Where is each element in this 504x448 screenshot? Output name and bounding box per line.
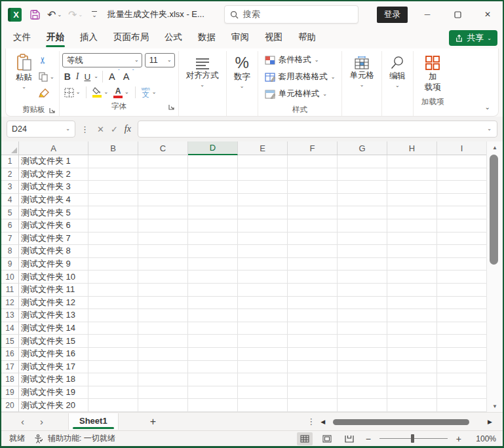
cell-H7[interactable] (387, 233, 437, 246)
font-name-select[interactable]: 等线 ⌄ (62, 53, 142, 67)
cancel-icon[interactable]: ✕ (97, 124, 104, 134)
cell-D20[interactable] (188, 399, 238, 412)
vertical-scrollbar[interactable]: ▲ ▼ (486, 141, 503, 412)
cell-G7[interactable] (338, 233, 387, 246)
cell-G13[interactable] (338, 309, 387, 322)
cell-I18[interactable] (437, 373, 487, 386)
column-header-G[interactable]: G (338, 141, 387, 155)
cell-F9[interactable] (288, 258, 338, 271)
cell-C19[interactable] (138, 386, 188, 400)
cell-D14[interactable] (188, 322, 238, 335)
cell-G1[interactable] (338, 155, 387, 168)
next-sheet-icon[interactable]: › (32, 417, 51, 426)
cell-F8[interactable] (288, 245, 338, 258)
cell-E9[interactable] (238, 258, 288, 271)
close-button[interactable]: ✕ (473, 1, 503, 28)
cell-D4[interactable] (188, 194, 238, 207)
cell-B14[interactable] (88, 322, 138, 335)
cell-H5[interactable] (387, 206, 437, 219)
cell-H16[interactable] (387, 348, 437, 361)
cell-G10[interactable] (338, 271, 387, 284)
cell-B8[interactable] (88, 245, 138, 258)
cell-B17[interactable] (88, 361, 138, 374)
cell-E19[interactable] (238, 386, 288, 400)
add-sheet-button[interactable]: + (145, 416, 161, 428)
column-header-A[interactable]: A (19, 141, 88, 155)
italic-button[interactable]: I (74, 70, 81, 83)
cell-I17[interactable] (437, 361, 487, 374)
cell-E10[interactable] (238, 271, 288, 284)
page-layout-view-button[interactable] (319, 432, 335, 445)
cell-H2[interactable] (387, 168, 437, 181)
paste-button[interactable]: 粘贴 ⌄ (11, 51, 37, 92)
cell-G15[interactable] (338, 335, 387, 348)
cell-H10[interactable] (387, 271, 437, 284)
cell-E11[interactable] (238, 284, 288, 297)
cell-E7[interactable] (238, 233, 288, 246)
cell-A6[interactable]: 测试文件夹 6 (19, 219, 88, 233)
cell-I10[interactable] (437, 271, 487, 284)
cell-A17[interactable]: 测试文件夹 17 (19, 361, 88, 374)
cell-F3[interactable] (288, 181, 338, 194)
horizontal-scrollbar[interactable] (329, 418, 484, 426)
cell-D7[interactable] (188, 233, 238, 246)
enter-icon[interactable]: ✓ (111, 124, 118, 134)
cell-I19[interactable] (437, 386, 487, 400)
scroll-left-icon[interactable]: ◀ (320, 419, 325, 425)
cell-H14[interactable] (387, 322, 437, 335)
cell-F14[interactable] (288, 322, 338, 335)
cell-G19[interactable] (338, 386, 387, 400)
cell-C2[interactable] (138, 168, 188, 181)
cell-B20[interactable] (88, 399, 138, 412)
horizontal-scroll-thumb[interactable] (333, 419, 469, 425)
sign-in-button[interactable]: 登录 (377, 7, 408, 23)
cell-F19[interactable] (288, 386, 338, 400)
cell-B7[interactable] (88, 233, 138, 246)
cell-F13[interactable] (288, 309, 338, 322)
row-header-20[interactable]: 20 (1, 399, 19, 412)
cell-D13[interactable] (188, 309, 238, 322)
tab-视图[interactable]: 视图 (258, 28, 289, 48)
cell-I16[interactable] (437, 348, 487, 361)
cell-G14[interactable] (338, 322, 387, 335)
cell-D12[interactable] (188, 297, 238, 310)
row-header-14[interactable]: 14 (1, 322, 19, 335)
scroll-down-icon[interactable]: ▼ (487, 400, 503, 412)
format-as-table-button[interactable]: 套用表格格式 ⌄ (262, 69, 338, 84)
cell-A7[interactable]: 测试文件夹 7 (19, 233, 88, 246)
maximize-button[interactable] (442, 1, 473, 28)
cell-E4[interactable] (238, 194, 288, 207)
cell-I9[interactable] (437, 258, 487, 271)
cell-D19[interactable] (188, 386, 238, 400)
row-header-10[interactable]: 10 (1, 271, 19, 284)
undo-dropdown-icon[interactable]: ⌄ (57, 12, 62, 18)
tab-公式[interactable]: 公式 (158, 28, 189, 48)
row-header-13[interactable]: 13 (1, 309, 19, 322)
cell-F7[interactable] (288, 233, 338, 246)
select-all-button[interactable] (1, 141, 19, 155)
cell-B13[interactable] (88, 309, 138, 322)
cell-F11[interactable] (288, 284, 338, 297)
cell-I13[interactable] (437, 309, 487, 322)
formula-expand-icon[interactable]: ⌄ (487, 126, 492, 132)
tab-开始[interactable]: 开始 (40, 28, 71, 48)
cell-F2[interactable] (288, 168, 338, 181)
cell-G4[interactable] (338, 194, 387, 207)
cell-E14[interactable] (238, 322, 288, 335)
cell-D5[interactable] (188, 206, 238, 219)
cell-F17[interactable] (288, 361, 338, 374)
cell-H4[interactable] (387, 194, 437, 207)
cell-I11[interactable] (437, 284, 487, 297)
column-header-I[interactable]: I (437, 141, 487, 155)
cell-C8[interactable] (138, 245, 188, 258)
cell-C5[interactable] (138, 206, 188, 219)
cell-E1[interactable] (238, 155, 288, 168)
cell-B9[interactable] (88, 258, 138, 271)
scroll-up-icon[interactable]: ▲ (487, 141, 503, 153)
cell-I15[interactable] (437, 335, 487, 348)
cell-C4[interactable] (138, 194, 188, 207)
cell-I1[interactable] (437, 155, 487, 168)
sheet-tab-sheet1[interactable]: Sheet1 (68, 413, 119, 430)
cell-G11[interactable] (338, 284, 387, 297)
redo-button[interactable]: ↷⌄ (68, 9, 83, 21)
